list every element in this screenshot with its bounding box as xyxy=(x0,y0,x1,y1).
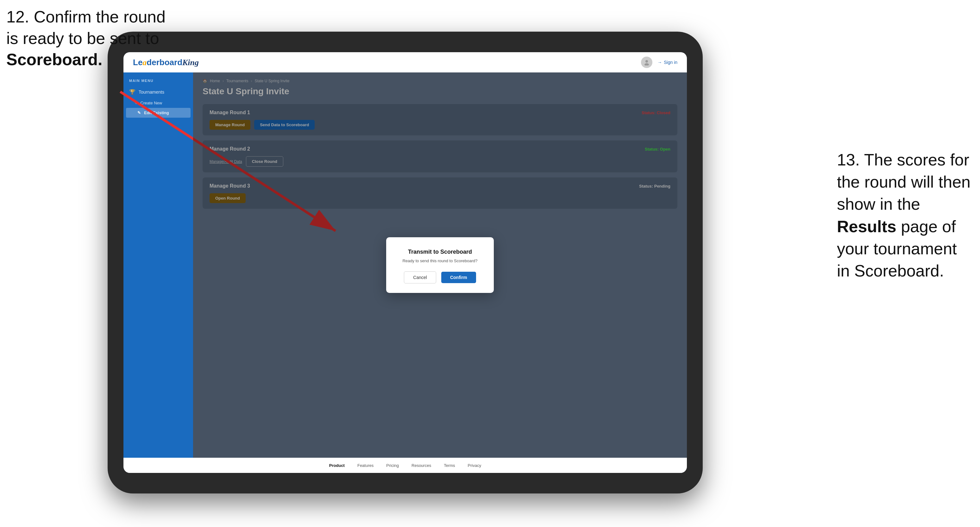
annotation-right-text: 13. The scores for the round will then s… xyxy=(837,151,970,280)
modal-confirm-btn[interactable]: Confirm xyxy=(441,272,476,283)
avatar xyxy=(641,57,652,68)
content-area: 🏠 Home › Tournaments › State U Spring In… xyxy=(193,73,687,458)
sidebar: MAIN MENU 🏆 Tournaments + Create New ✎ E… xyxy=(123,73,193,458)
sidebar-section-label: MAIN MENU xyxy=(123,79,193,86)
sidebar-edit-existing-label: Edit Existing xyxy=(144,110,169,115)
annotation-right-bold: Results xyxy=(837,217,896,236)
modal-cancel-btn[interactable]: Cancel xyxy=(404,271,436,283)
annotation-line2: is ready to be sent to xyxy=(6,29,159,48)
modal-transmit: Transmit to Scoreboard Ready to send thi… xyxy=(386,237,494,293)
sidebar-tournaments-label: Tournaments xyxy=(138,89,164,95)
top-nav: LeaderboardKing → Sign in xyxy=(123,52,687,73)
modal-title: Transmit to Scoreboard xyxy=(399,249,481,255)
svg-point-2 xyxy=(646,60,648,63)
sidebar-item-tournaments[interactable]: 🏆 Tournaments xyxy=(123,86,193,98)
footer-link-features[interactable]: Features xyxy=(357,463,374,468)
footer-link-resources[interactable]: Resources xyxy=(412,463,431,468)
nav-right: → Sign in xyxy=(641,57,678,68)
edit-icon: ✎ xyxy=(137,110,141,115)
annotation-line3-bold: Scoreboard. xyxy=(6,50,102,69)
footer-link-privacy[interactable]: Privacy xyxy=(468,463,482,468)
plus-icon: + xyxy=(135,101,137,105)
footer-link-pricing[interactable]: Pricing xyxy=(386,463,399,468)
sidebar-item-edit-existing[interactable]: ✎ Edit Existing xyxy=(126,108,191,117)
main-content: MAIN MENU 🏆 Tournaments + Create New ✎ E… xyxy=(123,73,687,458)
modal-subtitle: Ready to send this round to Scoreboard? xyxy=(399,259,481,263)
signin-label: Sign in xyxy=(664,60,678,65)
footer: Product Features Pricing Resources Terms… xyxy=(123,458,687,473)
modal-actions: Cancel Confirm xyxy=(399,271,481,283)
modal-overlay: Transmit to Scoreboard Ready to send thi… xyxy=(193,73,687,458)
footer-link-terms[interactable]: Terms xyxy=(444,463,455,468)
footer-link-product[interactable]: Product xyxy=(329,463,345,468)
sidebar-create-new-label: Create New xyxy=(140,101,162,105)
svg-point-3 xyxy=(644,63,649,65)
tablet-screen: LeaderboardKing → Sign in M xyxy=(123,52,687,473)
signin-link[interactable]: → Sign in xyxy=(657,60,678,65)
annotation-right: 13. The scores for the round will then s… xyxy=(837,149,970,282)
tablet-device: LeaderboardKing → Sign in M xyxy=(108,32,703,494)
annotation-top-left: 12. Confirm the round is ready to be sen… xyxy=(6,6,165,71)
annotation-line1: 12. Confirm the round xyxy=(6,8,165,26)
trophy-icon: 🏆 xyxy=(129,89,135,95)
sidebar-item-create-new[interactable]: + Create New xyxy=(123,98,193,108)
